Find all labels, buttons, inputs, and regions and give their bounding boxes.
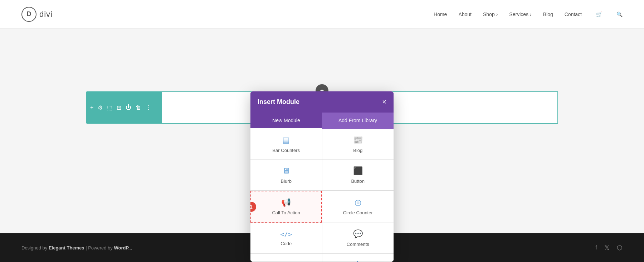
modal-header: Insert Module × [250, 91, 394, 113]
settings-icon[interactable]: ⚙ [98, 104, 103, 111]
nav-blog[interactable]: Blog [543, 11, 553, 17]
bar-counters-label: Bar Counters [272, 148, 300, 153]
logo-icon: D [21, 7, 36, 22]
blurb-icon: 🖥 [282, 166, 290, 176]
module-comments[interactable]: 💬 Comments [322, 223, 394, 253]
services-dropdown-icon: › [530, 11, 532, 17]
modal-tabs: New Module Add From Library [250, 113, 394, 129]
module-button[interactable]: ⬛ Button [322, 160, 394, 190]
comments-icon: 💬 [353, 229, 363, 239]
nav-links: Home About Shop › Services › Blog Contac… [434, 11, 623, 17]
button-icon: ⬛ [353, 166, 363, 176]
nav-services[interactable]: Services › [509, 11, 531, 17]
cart-icon[interactable]: 🛒 [596, 11, 602, 17]
nav-home[interactable]: Home [434, 11, 447, 17]
call-to-action-label: Call To Action [272, 210, 300, 215]
module-countdown-timer[interactable]: ⏱ Countdown Timer [322, 254, 394, 262]
logo-text: divi [39, 10, 53, 19]
module-call-to-action[interactable]: 1 📢 Call To Action [250, 191, 322, 223]
twitter-icon[interactable]: 𝕏 [604, 244, 610, 252]
footer-text: Designed by Elegant Themes | Powered by … [21, 245, 132, 251]
nav-about[interactable]: About [458, 11, 472, 17]
module-code[interactable]: </> Code [250, 223, 322, 253]
module-grid: ▤ Bar Counters 📰 Blog 🖥 Blurb [250, 129, 394, 262]
comments-label: Comments [347, 242, 369, 247]
countdown-timer-icon: ⏱ [354, 260, 362, 262]
module-contact-form[interactable]: ✉ Contact Form [250, 254, 322, 262]
shop-dropdown-icon: › [496, 11, 498, 17]
selection-badge: 1 [250, 202, 256, 212]
blog-label: Blog [353, 148, 362, 153]
navbar: D divi Home About Shop › Services › Blog… [0, 0, 644, 29]
module-bar-counters[interactable]: ▤ Bar Counters [250, 129, 322, 159]
social-icons: f 𝕏 ⬡ [595, 244, 623, 252]
blurb-label: Blurb [281, 178, 292, 184]
trash-icon[interactable]: 🗑 [136, 104, 141, 111]
instagram-icon[interactable]: ⬡ [617, 244, 623, 252]
clone-icon[interactable]: ⬚ [107, 104, 112, 111]
modal-title: Insert Module [258, 98, 299, 106]
circle-counter-label: Circle Counter [343, 210, 373, 215]
code-label: Code [280, 241, 292, 246]
bar-counters-icon: ▤ [282, 135, 290, 145]
nav-shop[interactable]: Shop › [483, 11, 498, 17]
power-icon[interactable]: ⏻ [126, 104, 131, 111]
code-icon: </> [280, 230, 292, 238]
elegant-themes-link[interactable]: Elegant Themes [49, 245, 84, 251]
module-circle-counter[interactable]: ◎ Circle Counter [322, 191, 394, 223]
facebook-icon[interactable]: f [595, 244, 597, 252]
modal-overlay: Insert Module × New Module Add From Libr… [0, 29, 644, 262]
grid-icon[interactable]: ⊞ [117, 104, 121, 111]
modal-close-button[interactable]: × [382, 98, 386, 106]
main-area: + + ⚙ ⬚ ⊞ ⏻ 🗑 ⋮ Insert Module × [0, 29, 644, 262]
search-icon[interactable]: 🔍 [616, 11, 623, 17]
section-toolbar: + ⚙ ⬚ ⊞ ⏻ 🗑 ⋮ [86, 91, 161, 124]
contact-form-icon: ✉ [283, 260, 289, 262]
tab-add-from-library[interactable]: Add From Library [322, 113, 394, 129]
blog-icon: 📰 [353, 135, 363, 145]
more-icon[interactable]: ⋮ [146, 104, 151, 111]
tab-new-module[interactable]: New Module [250, 113, 322, 129]
wordpress-link[interactable]: WordP... [114, 245, 132, 251]
nav-contact[interactable]: Contact [565, 11, 582, 17]
insert-module-modal: Insert Module × New Module Add From Libr… [250, 91, 394, 262]
module-blog[interactable]: 📰 Blog [322, 129, 394, 159]
module-blurb[interactable]: 🖥 Blurb [250, 160, 322, 190]
button-label: Button [351, 178, 365, 184]
call-to-action-icon: 📢 [281, 198, 291, 207]
circle-counter-icon: ◎ [355, 198, 361, 207]
modal-body: ▤ Bar Counters 📰 Blog 🖥 Blurb [250, 129, 394, 262]
logo[interactable]: D divi [21, 7, 53, 22]
add-section-icon[interactable]: + [90, 104, 93, 111]
